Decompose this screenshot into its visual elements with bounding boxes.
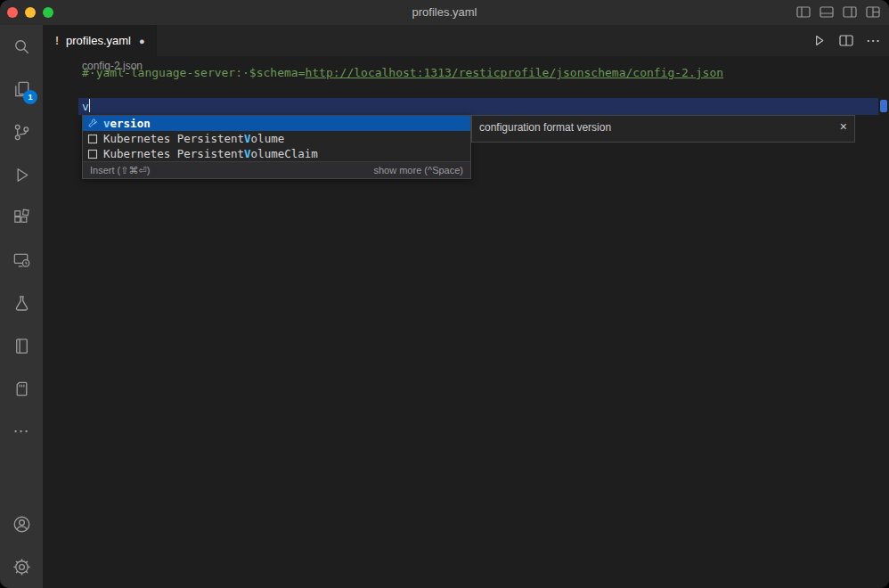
current-line-highlight <box>78 98 878 115</box>
toggle-secondary-sidebar-icon[interactable] <box>843 5 857 19</box>
activitybar-item-explorer[interactable]: 1 <box>0 68 43 110</box>
suggest-status-bar: Insert (⇧⌘⏎) show more (^Space) <box>83 161 470 178</box>
suggest-insert-hint[interactable]: Insert (⇧⌘⏎) <box>90 165 150 176</box>
toggle-panel-icon[interactable] <box>820 5 834 19</box>
code-line-cursor[interactable]: v <box>82 98 90 115</box>
editor-group: ! profiles.yaml ● ⋯ config-2.json #·yaml… <box>43 25 889 588</box>
tab-profiles-yaml[interactable]: ! profiles.yaml ● <box>43 25 157 56</box>
tab-label: profiles.yaml <box>66 34 131 47</box>
suggest-widget: version Kubernetes PersistentVolume Kube… <box>82 115 471 179</box>
yaml-comment: #·yaml-language-server:·$schema= <box>82 66 305 79</box>
gear-icon <box>12 557 32 577</box>
customize-layout-icon[interactable] <box>866 5 880 19</box>
more-actions-button[interactable]: ⋯ <box>866 32 880 49</box>
overview-ruler-cursor-marker[interactable] <box>880 100 887 112</box>
vscode-window: profiles.yaml 1 <box>0 0 889 588</box>
suggest-doc-text: configuration format version <box>479 121 611 134</box>
titlebar: profiles.yaml <box>0 0 889 25</box>
sd-card-icon <box>12 379 32 399</box>
search-icon <box>12 37 32 57</box>
activitybar-item-testing[interactable] <box>0 282 43 324</box>
activitybar-item-storage[interactable] <box>0 367 43 410</box>
run-and-debug-icon <box>12 165 32 185</box>
modified-dot-icon[interactable]: ● <box>139 36 145 46</box>
close-icon[interactable]: × <box>840 119 847 134</box>
activitybar-item-run-debug[interactable] <box>0 153 43 196</box>
suggest-label: version <box>103 117 151 130</box>
tab-bar: ! profiles.yaml ● ⋯ <box>43 25 889 56</box>
activitybar-item-notebook[interactable] <box>0 324 43 367</box>
remote-explorer-icon <box>12 250 32 271</box>
window-title: profiles.yaml <box>0 0 889 25</box>
notebook-icon <box>12 336 32 356</box>
activitybar-item-search[interactable] <box>0 25 43 68</box>
activitybar-item-settings[interactable] <box>0 545 43 588</box>
run-button[interactable] <box>812 33 827 48</box>
activitybar-item-remote-explorer[interactable] <box>0 239 43 282</box>
flask-icon <box>12 293 32 314</box>
source-control-icon <box>12 122 32 143</box>
text-cursor <box>89 99 91 112</box>
activitybar-item-accounts[interactable] <box>0 502 43 545</box>
split-editor-button[interactable] <box>839 34 853 47</box>
suggest-item-persistentvolumeclaim[interactable]: Kubernetes PersistentVolumeClaim <box>83 146 470 161</box>
snippet-kind-icon <box>86 133 99 145</box>
suggest-show-more-hint[interactable]: show more (^Space) <box>373 165 463 176</box>
activitybar-item-more-views[interactable]: ⋯ <box>0 410 43 453</box>
typed-text: v <box>82 100 89 113</box>
ellipsis-icon: ⋯ <box>13 421 30 441</box>
suggest-item-version[interactable]: version <box>83 116 470 131</box>
activitybar-item-source-control[interactable] <box>0 110 43 153</box>
schema-link[interactable]: http://localhost:1313/resticprofile/json… <box>305 66 723 79</box>
toggle-primary-sidebar-icon[interactable] <box>796 5 811 19</box>
snippet-kind-icon <box>86 148 99 160</box>
code-line-comment[interactable]: #·yaml-language-server:·$schema=http://l… <box>82 64 723 81</box>
suggest-label: Kubernetes PersistentVolume <box>103 132 284 145</box>
activitybar-item-extensions[interactable] <box>0 196 43 239</box>
suggest-label: Kubernetes PersistentVolumeClaim <box>103 147 318 160</box>
property-kind-icon <box>86 118 99 130</box>
suggest-item-persistentvolume[interactable]: Kubernetes PersistentVolume <box>83 131 470 146</box>
suggest-doc-panel: configuration format version × <box>471 115 855 143</box>
extensions-icon <box>12 208 32 228</box>
explorer-badge: 1 <box>23 90 37 104</box>
activity-bar: 1 ⋯ <box>0 25 43 588</box>
yaml-file-icon: ! <box>53 35 61 47</box>
account-icon <box>12 514 32 535</box>
